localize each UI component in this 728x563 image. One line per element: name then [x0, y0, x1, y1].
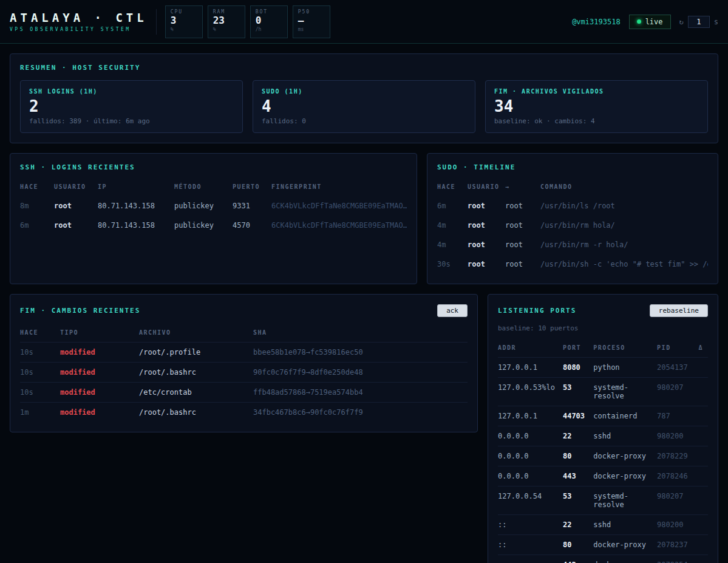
col-arrow: → — [505, 179, 540, 196]
fim-changes-panel: FIM · CAMBIOS RECIENTES ack HACE TIPO AR… — [10, 294, 478, 432]
cell-usuario: root — [468, 196, 505, 216]
cell-proceso: systemd-resolve — [593, 486, 657, 515]
col-delta: Δ — [698, 340, 708, 358]
table-row: 0.0.0.0 80 docker-proxy 2078229 — [498, 446, 708, 466]
stat-bot: BOT 0 /h — [250, 5, 288, 38]
fim-changes-table: HACE TIPO ARCHIVO SHA 10s modified /root… — [20, 324, 468, 422]
col-comando: COMANDO — [540, 179, 708, 196]
cell-usuario: root — [468, 235, 505, 254]
table-row: 127.0.0.53%lo 53 systemd-resolve 980207 — [498, 378, 708, 406]
cell-port: 53 — [563, 486, 593, 515]
cell-tipo: modified — [60, 363, 139, 383]
card-sudo: SUDO (1H) 4 fallidos: 0 — [253, 80, 475, 133]
col-pid: PID — [657, 340, 698, 358]
cell-comando: /usr/bin/ls /root — [540, 196, 708, 216]
main-content: RESUMEN · HOST SECURITY SSH LOGINS (1H) … — [0, 44, 728, 563]
table-row: 10s modified /etc/crontab ffb48ad57868→7… — [20, 383, 468, 403]
listening-ports-panel: LISTENING PORTS rebaseline baseline: 10 … — [488, 294, 718, 563]
cell-port: 53 — [563, 378, 593, 406]
stat-cpu: CPU 3 % — [165, 5, 203, 38]
cell-proceso: docker-proxy — [593, 555, 657, 563]
cell-comando: /usr/bin/sh -c 'echo "# test fim" >> /et… — [540, 254, 708, 274]
table-row: 6m root root /usr/bin/ls /root — [437, 196, 708, 216]
stat-unit: ms — [298, 27, 325, 32]
cell-pid: 980200 — [657, 515, 698, 535]
table-row: 127.0.0.1 8080 python 2054137 — [498, 358, 708, 378]
cell-delta — [698, 466, 708, 486]
col-hace: HACE — [20, 324, 60, 343]
fim-panel-head: FIM · CAMBIOS RECIENTES ack — [20, 304, 468, 317]
cell-sha: ffb48ad57868→7519ea574bb4 — [253, 383, 468, 403]
cell-delta — [698, 378, 708, 406]
live-label: live — [645, 18, 663, 26]
cell-hace: 10s — [20, 363, 60, 383]
cell-archivo: /etc/crontab — [139, 383, 253, 403]
cell-comando: /usr/bin/rm hola/ — [540, 216, 708, 235]
table-row: 127.0.0.1 44703 containerd 787 — [498, 406, 708, 426]
cell-port: 80 — [563, 535, 593, 555]
cell-metodo: publickey — [174, 196, 233, 216]
table-row: 0.0.0.0 443 docker-proxy 2078246 — [498, 466, 708, 486]
card-subtitle: fallidos: 389 · último: 6m ago — [29, 117, 234, 125]
cell-addr: 127.0.0.54 — [498, 486, 563, 515]
ports-panel-head: LISTENING PORTS rebaseline — [498, 304, 708, 317]
sudo-timeline-table: HACE USUARIO → COMANDO 6m root root /usr… — [437, 179, 708, 274]
cell-proceso: containerd — [593, 406, 657, 426]
cell-fingerprint: 6CK4bVLkcDFfTaNe8CMGBE09EaTMAO… — [271, 216, 407, 235]
stat-label: BOT — [256, 9, 282, 15]
cell-sha: 90fc0c76f7f9→8df0e250de48 — [253, 363, 468, 383]
card-title: SSH LOGINS (1H) — [29, 88, 234, 95]
card-ssh-logins: SSH LOGINS (1H) 2 fallidos: 389 · último… — [20, 80, 243, 133]
stat-unit: % — [213, 27, 240, 32]
col-tipo: TIPO — [60, 324, 139, 343]
stat-unit: % — [171, 27, 197, 32]
table-row: 10s modified /root/.profile bbee58b1e078… — [20, 343, 468, 363]
cell-pid: 2054137 — [657, 358, 698, 378]
cell-delta — [698, 406, 708, 426]
card-value: 34 — [494, 97, 699, 115]
cell-archivo: /root/.profile — [139, 343, 253, 363]
ack-button[interactable]: ack — [437, 304, 468, 317]
col-metodo: MÉTODO — [174, 179, 233, 196]
table-row: 30s root root /usr/bin/sh -c 'echo "# te… — [437, 254, 708, 274]
table-header-row: HACE TIPO ARCHIVO SHA — [20, 324, 468, 343]
col-hace: HACE — [20, 179, 54, 196]
cell-pid: 787 — [657, 406, 698, 426]
refresh-icon[interactable]: ↻ — [679, 18, 684, 26]
rebaseline-button[interactable]: rebaseline — [650, 304, 708, 317]
table-row: 10s modified /root/.bashrc 90fc0c76f7f9→… — [20, 363, 468, 383]
cell-delta — [698, 358, 708, 378]
cell-addr: :: — [498, 515, 563, 535]
fim-panel-title: FIM · CAMBIOS RECIENTES — [20, 307, 140, 315]
cell-port: 443 — [563, 555, 593, 563]
live-toggle[interactable]: live — [629, 15, 671, 29]
cell-proceso: systemd-resolve — [593, 378, 657, 406]
cell-hace: 10s — [20, 383, 60, 403]
stat-label: CPU — [171, 9, 197, 15]
cell-proceso: docker-proxy — [593, 466, 657, 486]
cell-target-user: root — [505, 235, 540, 254]
stat-label: RAM — [213, 9, 240, 15]
cell-proceso: python — [593, 358, 657, 378]
stat-label: P50 — [298, 9, 325, 15]
stat-value: 23 — [213, 15, 240, 27]
table-row: :: 22 sshd 980200 — [498, 515, 708, 535]
cell-addr: :: — [498, 535, 563, 555]
cell-port: 8080 — [563, 358, 593, 378]
cell-usuario: root — [468, 254, 505, 274]
cell-pid: 2078229 — [657, 446, 698, 466]
cell-ip: 80.71.143.158 — [98, 216, 174, 235]
cell-port: 443 — [563, 466, 593, 486]
sudo-timeline-panel: SUDO · TIMELINE HACE USUARIO → COMANDO 6… — [427, 153, 718, 284]
cell-delta — [698, 486, 708, 515]
refresh-interval-input[interactable]: 1 — [688, 16, 710, 28]
table-row: 4m root root /usr/bin/rm hola/ — [437, 216, 708, 235]
cell-delta — [698, 555, 708, 563]
cell-pid: 980207 — [657, 378, 698, 406]
cell-pid: 2078237 — [657, 535, 698, 555]
cell-delta — [698, 426, 708, 446]
cell-addr: 0.0.0.0 — [498, 466, 563, 486]
cell-target-user: root — [505, 254, 540, 274]
cell-port: 44703 — [563, 406, 593, 426]
cell-hace: 4m — [437, 216, 468, 235]
